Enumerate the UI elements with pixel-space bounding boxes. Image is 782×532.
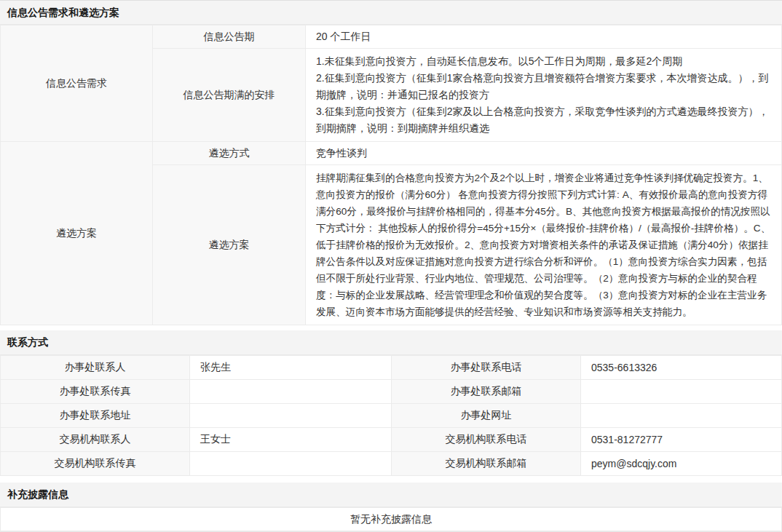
- section-spacer: [0, 476, 782, 483]
- label-office-fax: 办事处联系传真: [1, 380, 190, 404]
- label-announcement-period: 信息公告期: [153, 25, 306, 49]
- section-spacer: [0, 325, 782, 330]
- table-row: 办事处联系人 张先生 办事处联系电话 0535-6613326: [1, 356, 782, 380]
- value-office-contact-person: 张先生: [190, 356, 392, 380]
- label-office-contact-person: 办事处联系人: [1, 356, 190, 380]
- supplementary-disclosure-table: 暂无补充披露信息: [0, 507, 782, 531]
- label-exchange-contact-person: 交易机构联系人: [1, 428, 190, 452]
- contact-table: 办事处联系人 张先生 办事处联系电话 0535-6613326 办事处联系传真 …: [0, 355, 782, 476]
- label-office-phone: 办事处联系电话: [392, 356, 581, 380]
- value-office-website: [581, 404, 782, 428]
- arrangement-line-1: 1.未征集到意向投资方，自动延长信息发布。以5个工作日为周期，最多延2个周期: [316, 53, 771, 70]
- section-title-supplementary-disclosure: 补充披露信息: [0, 483, 782, 507]
- table-row: 遴选方案 遴选方式 竞争性谈判: [1, 142, 782, 165]
- section-title-contact: 联系方式: [0, 330, 782, 355]
- table-row: 办事处联系传真 办事处联系邮箱: [1, 380, 782, 404]
- arrangement-line-3: 3.征集到意向投资方（征集到2家及以上合格意向投资方，采取竞争性谈判的方式遴选最…: [316, 103, 771, 137]
- label-announcement-requirement-group: 信息公告需求: [1, 25, 153, 142]
- label-office-email: 办事处联系邮箱: [392, 380, 581, 404]
- label-exchange-email: 交易机构联系邮箱: [392, 452, 581, 476]
- value-exchange-fax: [190, 452, 392, 476]
- value-period-expiry-arrangement: 1.未征集到意向投资方，自动延长信息发布。以5个工作日为周期，最多延2个周期 2…: [306, 49, 782, 142]
- label-office-address: 办事处联系地址: [1, 404, 190, 428]
- value-office-address: [190, 404, 392, 428]
- label-exchange-fax: 交易机构联系传真: [1, 452, 190, 476]
- label-office-website: 办事处网址: [392, 404, 581, 428]
- label-selection-plan: 遴选方案: [153, 165, 306, 325]
- section-title-announcement-and-selection: 信息公告需求和遴选方案: [0, 0, 782, 25]
- label-selection-method: 遴选方式: [153, 142, 306, 165]
- value-selection-plan: 挂牌期满征集到的合格意向投资方为2个及2个以上时，增资企业将通过竞争性谈判择优确…: [306, 165, 782, 325]
- label-selection-plan-group: 遴选方案: [1, 142, 153, 325]
- table-row: 交易机构联系传真 交易机构联系邮箱 peym@sdcqjy.com: [1, 452, 782, 476]
- value-exchange-phone: 0531-81272777: [581, 428, 782, 452]
- value-exchange-email: peym@sdcqjy.com: [581, 452, 782, 476]
- value-office-phone: 0535-6613326: [581, 356, 782, 380]
- value-office-email: [581, 380, 782, 404]
- table-row: 暂无补充披露信息: [1, 508, 782, 531]
- table-row: 办事处联系地址 办事处网址: [1, 404, 782, 428]
- value-announcement-period: 20 个工作日: [306, 25, 782, 49]
- table-row: 交易机构联系人 王女士 交易机构联系电话 0531-81272777: [1, 428, 782, 452]
- announcement-selection-table: 信息公告需求 信息公告期 20 个工作日 信息公告期满的安排 1.未征集到意向投…: [0, 25, 782, 325]
- table-row: 信息公告需求 信息公告期 20 个工作日: [1, 25, 782, 49]
- label-period-expiry-arrangement: 信息公告期满的安排: [153, 49, 306, 142]
- value-selection-method: 竞争性谈判: [306, 142, 782, 165]
- value-exchange-contact-person: 王女士: [190, 428, 392, 452]
- label-exchange-phone: 交易机构联系电话: [392, 428, 581, 452]
- arrangement-line-2: 2.征集到意向投资方（征集到1家合格意向投资方且增资额符合增资方案要求，本次增资…: [316, 70, 771, 103]
- supplementary-empty-message: 暂无补充披露信息: [1, 508, 782, 531]
- value-office-fax: [190, 380, 392, 404]
